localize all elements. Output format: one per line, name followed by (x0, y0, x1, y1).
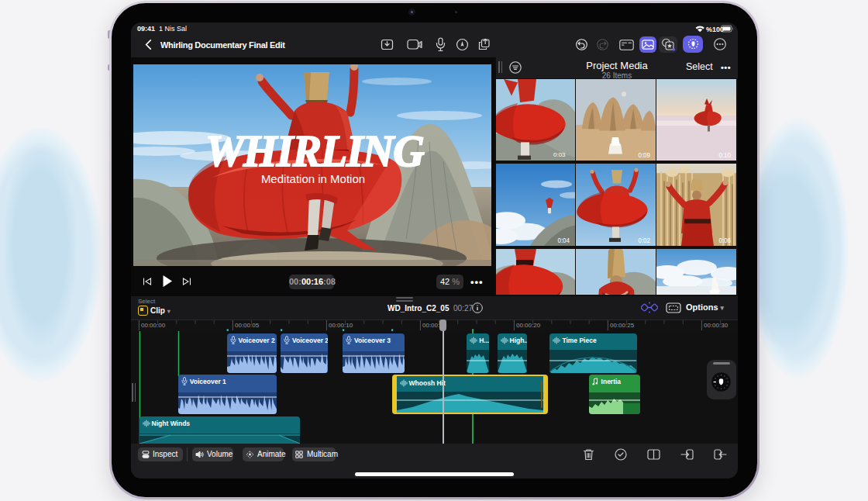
svg-text:0:06: 0:06 (718, 237, 731, 244)
svg-text:00:00:30: 00:00:30 (704, 322, 728, 329)
svg-text:Meditation in Motion: Meditation in Motion (261, 172, 365, 185)
svg-text:00:00:10: 00:00:10 (329, 322, 353, 329)
svg-text:0:09: 0:09 (638, 150, 650, 158)
svg-text:00:00:00: 00:00:00 (141, 322, 166, 329)
svg-text:0:10: 0:10 (718, 150, 731, 158)
svg-text:00:00:25: 00:00:25 (610, 322, 635, 329)
svg-text:00:00:05: 00:00:05 (235, 322, 260, 329)
svg-text:0:02: 0:02 (638, 237, 650, 244)
svg-text:00:00:20: 00:00:20 (516, 322, 541, 329)
svg-text:0:04: 0:04 (557, 237, 570, 244)
svg-text:WHIRLING: WHIRLING (205, 127, 424, 175)
